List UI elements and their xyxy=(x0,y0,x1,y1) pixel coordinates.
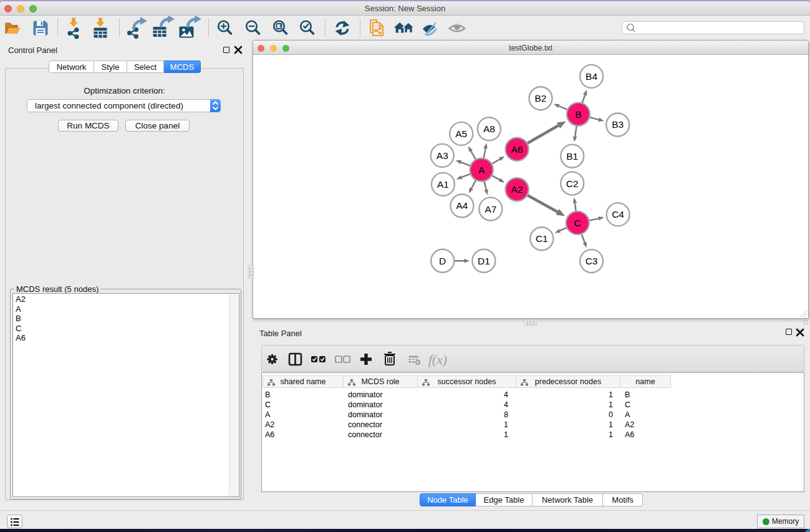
svg-text:A1: A1 xyxy=(437,179,449,190)
svg-text:B: B xyxy=(575,109,581,120)
svg-text:C4: C4 xyxy=(612,209,624,220)
svg-text:C1: C1 xyxy=(536,233,548,244)
svg-text:A7: A7 xyxy=(485,204,496,215)
svg-text:C2: C2 xyxy=(566,178,579,189)
svg-text:A6: A6 xyxy=(511,144,523,155)
svg-text:A: A xyxy=(478,165,485,175)
svg-text:B1: B1 xyxy=(566,151,578,162)
svg-text:B3: B3 xyxy=(612,119,624,130)
svg-text:A8: A8 xyxy=(483,123,495,134)
svg-text:f(x): f(x) xyxy=(428,352,447,367)
svg-text:C3: C3 xyxy=(586,256,598,266)
svg-text:D1: D1 xyxy=(478,256,490,266)
svg-text:D: D xyxy=(439,256,446,266)
svg-text:C: C xyxy=(574,218,581,228)
svg-text:A5: A5 xyxy=(455,128,467,139)
svg-text:A2: A2 xyxy=(511,184,523,195)
svg-text:A4: A4 xyxy=(456,200,468,211)
svg-text:B2: B2 xyxy=(535,93,547,104)
svg-text:A3: A3 xyxy=(436,150,448,161)
svg-text:B4: B4 xyxy=(586,71,597,82)
